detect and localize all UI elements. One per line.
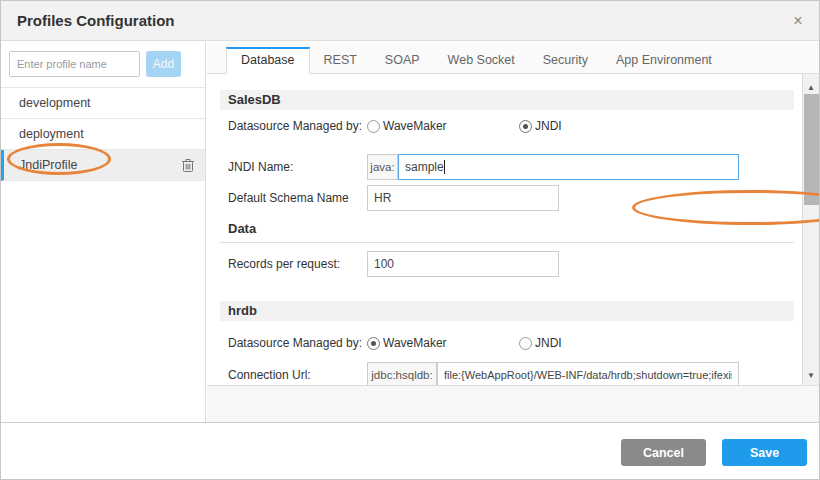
dialog-title: Profiles Configuration: [17, 12, 175, 29]
profile-name-input[interactable]: [9, 51, 140, 77]
profile-item-label: development: [19, 88, 205, 118]
profile-list: development deployment JndiProfile: [1, 87, 205, 181]
profile-item-deployment[interactable]: deployment: [1, 119, 205, 150]
salesdb-jndi-radio[interactable]: JNDI: [519, 119, 562, 133]
vertical-scrollbar[interactable]: ▲ ▼: [802, 74, 819, 385]
main-area: Database REST SOAP Web Socket Security A…: [207, 42, 819, 422]
datasource-managed-label: Datasource Managed by:: [228, 336, 367, 350]
tab-security[interactable]: Security: [529, 47, 602, 73]
profile-item-jndiprofile[interactable]: JndiProfile: [1, 150, 205, 181]
profile-item-development[interactable]: development: [1, 88, 205, 119]
profile-item-label: JndiProfile: [19, 150, 181, 180]
connection-url-input[interactable]: [437, 362, 739, 385]
close-icon[interactable]: ×: [787, 10, 809, 32]
radio-label: WaveMaker: [383, 336, 447, 350]
delete-profile-icon[interactable]: [181, 157, 195, 173]
hrdb-section-header: hrdb: [220, 301, 794, 321]
connection-url-label: Connection Url:: [228, 368, 367, 382]
dialog-header: Profiles Configuration ×: [1, 1, 819, 41]
default-schema-row: Default Schema Name: [228, 185, 794, 211]
datasource-managed-label: Datasource Managed by:: [228, 119, 367, 133]
tab-database[interactable]: Database: [226, 47, 310, 74]
tab-bar: Database REST SOAP Web Socket Security A…: [207, 47, 819, 74]
jdbc-prefix-addon: jdbc:hsqldb:: [367, 362, 437, 385]
salesdb-section-header: SalesDB: [220, 90, 794, 110]
cancel-button[interactable]: Cancel: [621, 439, 706, 466]
scroll-down-icon[interactable]: ▼: [803, 371, 819, 380]
add-profile-button[interactable]: Add: [146, 51, 181, 77]
tab-rest[interactable]: REST: [310, 47, 371, 73]
radio-circle-icon: [367, 337, 380, 350]
jndi-name-group: java:: [367, 154, 739, 180]
records-per-request-input[interactable]: [367, 251, 559, 277]
tab-web-socket[interactable]: Web Socket: [434, 47, 529, 73]
profile-add-bar: Add: [1, 42, 205, 87]
records-per-request-label: Records per request:: [228, 257, 367, 271]
default-schema-input[interactable]: [367, 185, 559, 211]
records-per-request-row: Records per request:: [228, 251, 794, 277]
scroll-up-icon[interactable]: ▲: [803, 83, 819, 92]
connection-url-row: Connection Url: jdbc:hsqldb:: [228, 362, 794, 385]
jndi-name-row: JNDI Name: java:: [228, 154, 794, 180]
tab-soap[interactable]: SOAP: [371, 47, 434, 73]
jndi-prefix-addon: java:: [367, 154, 398, 180]
hrdb-jndi-radio[interactable]: JNDI: [519, 336, 562, 350]
radio-label: JNDI: [535, 336, 562, 350]
hrdb-datasource-row: Datasource Managed by: WaveMaker JNDI: [228, 334, 794, 352]
radio-circle-icon: [519, 120, 532, 133]
profile-item-label: deployment: [19, 119, 205, 149]
jndi-name-label: JNDI Name:: [228, 160, 367, 174]
salesdb-wavemaker-radio[interactable]: WaveMaker: [367, 119, 519, 133]
radio-circle-icon: [519, 337, 532, 350]
text-caret: [444, 160, 445, 174]
jndi-name-input[interactable]: [398, 154, 739, 180]
dialog-footer: Cancel Save: [1, 422, 819, 480]
hrdb-wavemaker-radio[interactable]: WaveMaker: [367, 336, 519, 350]
panel-bottom-strip: [207, 385, 819, 422]
database-panel: SalesDB Datasource Managed by: WaveMaker…: [207, 74, 802, 385]
connection-url-group: jdbc:hsqldb:: [367, 362, 739, 385]
salesdb-datasource-row: Datasource Managed by: WaveMaker JNDI: [228, 117, 794, 135]
tab-app-environment[interactable]: App Environment: [602, 47, 726, 73]
radio-label: WaveMaker: [383, 119, 447, 133]
radio-circle-icon: [367, 120, 380, 133]
data-section-header: Data: [220, 221, 794, 243]
profiles-sidebar: Add development deployment JndiProfile: [1, 42, 206, 422]
scrollbar-thumb[interactable]: [804, 94, 819, 205]
default-schema-label: Default Schema Name: [228, 191, 367, 205]
save-button[interactable]: Save: [722, 439, 807, 466]
radio-label: JNDI: [535, 119, 562, 133]
